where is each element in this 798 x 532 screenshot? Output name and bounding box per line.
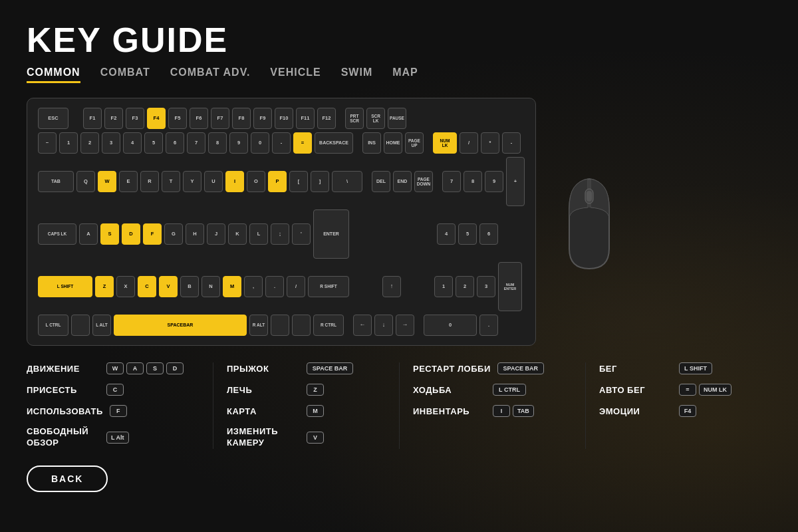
key-f3[interactable]: F3 xyxy=(126,108,144,129)
key-period[interactable]: . xyxy=(265,276,284,297)
key-num8[interactable]: 8 xyxy=(464,171,482,192)
key-y[interactable]: Y xyxy=(183,171,201,192)
key-num5[interactable]: 5 xyxy=(458,223,477,245)
key-b[interactable]: B xyxy=(180,276,199,297)
key-semicolon[interactable]: ; xyxy=(271,223,289,245)
key-num-slash[interactable]: / xyxy=(460,132,478,154)
key-f11[interactable]: F11 xyxy=(296,108,315,129)
key-up[interactable]: ↑ xyxy=(382,276,401,297)
key-r[interactable]: R xyxy=(140,171,159,192)
key-numdot[interactable]: . xyxy=(479,315,498,336)
key-ralt[interactable]: R ALT xyxy=(249,315,268,336)
key-o[interactable]: O xyxy=(247,171,265,192)
key-esc[interactable]: ESC xyxy=(38,108,68,129)
key-num4[interactable]: 4 xyxy=(437,223,456,245)
key-8[interactable]: 8 xyxy=(208,132,227,154)
key-g[interactable]: G xyxy=(164,223,183,245)
key-left[interactable]: ← xyxy=(353,315,372,336)
key-rctrl-space2[interactable] xyxy=(292,315,311,336)
tab-combat[interactable]: COMBAT xyxy=(100,66,150,83)
key-0[interactable]: 0 xyxy=(251,132,269,154)
key-z[interactable]: Z xyxy=(95,276,114,297)
key-q[interactable]: Q xyxy=(76,171,95,192)
key-s[interactable]: S xyxy=(100,223,119,245)
key-p[interactable]: P xyxy=(268,171,287,192)
key-f8[interactable]: F8 xyxy=(232,108,251,129)
key-h[interactable]: H xyxy=(186,223,204,245)
tab-swim[interactable]: SWIM xyxy=(341,66,373,83)
key-num6[interactable]: 6 xyxy=(479,223,498,245)
key-k[interactable]: K xyxy=(228,223,247,245)
key-rshift[interactable]: R SHIFT xyxy=(308,276,349,297)
tab-map[interactable]: MAP xyxy=(392,66,418,83)
key-pgup[interactable]: PAGEUP xyxy=(405,132,424,154)
key-num7[interactable]: 7 xyxy=(442,171,461,192)
key-rctrl[interactable]: R CTRL xyxy=(313,315,344,336)
key-num2[interactable]: 2 xyxy=(456,276,474,297)
key-num-star[interactable]: * xyxy=(481,132,499,154)
key-lctrl[interactable]: L CTRL xyxy=(38,315,68,336)
key-minus[interactable]: - xyxy=(272,132,291,154)
key-lalt[interactable]: L ALT xyxy=(92,315,111,336)
key-del[interactable]: DEL xyxy=(372,171,390,192)
key-1[interactable]: 1 xyxy=(59,132,78,154)
key-c[interactable]: C xyxy=(138,276,156,297)
key-lshift[interactable]: L SHIFT xyxy=(38,276,92,297)
key-f5[interactable]: F5 xyxy=(168,108,187,129)
key-num-plus[interactable]: + xyxy=(506,157,525,206)
key-f1[interactable]: F1 xyxy=(83,108,102,129)
key-3[interactable]: 3 xyxy=(102,132,120,154)
key-u[interactable]: U xyxy=(204,171,223,192)
key-down[interactable]: ↓ xyxy=(374,315,393,336)
key-pause[interactable]: PAUSE xyxy=(388,108,406,129)
tab-combat-adv[interactable]: COMBAT ADV. xyxy=(170,66,251,83)
key-e[interactable]: E xyxy=(119,171,138,192)
key-4[interactable]: 4 xyxy=(123,132,142,154)
key-end[interactable]: END xyxy=(393,171,412,192)
key-numlk[interactable]: NUMLK xyxy=(433,132,457,154)
key-2[interactable]: 2 xyxy=(80,132,99,154)
key-f4[interactable]: F4 xyxy=(147,108,166,129)
key-equals[interactable]: = xyxy=(293,132,312,154)
key-home[interactable]: HOME xyxy=(384,132,402,154)
key-lbracket[interactable]: [ xyxy=(289,171,308,192)
key-m[interactable]: M xyxy=(223,276,241,297)
key-rbracket[interactable]: ] xyxy=(311,171,329,192)
key-fwdslash[interactable]: / xyxy=(287,276,305,297)
key-v[interactable]: V xyxy=(159,276,178,297)
key-f6[interactable]: F6 xyxy=(190,108,208,129)
key-pgdn[interactable]: PAGEDOWN xyxy=(414,171,433,192)
key-n[interactable]: N xyxy=(201,276,220,297)
key-prtscr[interactable]: PRTSCR xyxy=(345,108,364,129)
key-num0[interactable]: 0 xyxy=(424,315,477,336)
key-numenter[interactable]: NUMENTER xyxy=(498,262,522,311)
key-scrlk[interactable]: SCRLK xyxy=(366,108,385,129)
key-d[interactable]: D xyxy=(122,223,140,245)
key-num3[interactable]: 3 xyxy=(477,276,495,297)
key-t[interactable]: T xyxy=(162,171,180,192)
key-backspace[interactable]: BACKSPACE xyxy=(315,132,353,154)
key-6[interactable]: 6 xyxy=(166,132,184,154)
key-spacebar[interactable]: SPACEBAR xyxy=(114,315,247,336)
key-right[interactable]: → xyxy=(396,315,414,336)
key-7[interactable]: 7 xyxy=(187,132,205,154)
key-ins[interactable]: INS xyxy=(362,132,381,154)
key-tilde[interactable]: ~ xyxy=(38,132,57,154)
key-l[interactable]: L xyxy=(249,223,268,245)
key-f10[interactable]: F10 xyxy=(275,108,293,129)
key-x[interactable]: X xyxy=(116,276,135,297)
key-num-minus[interactable]: - xyxy=(502,132,521,154)
key-win-left[interactable] xyxy=(71,315,90,336)
key-num9[interactable]: 9 xyxy=(485,171,503,192)
key-9[interactable]: 9 xyxy=(229,132,248,154)
key-f7[interactable]: F7 xyxy=(211,108,229,129)
key-f[interactable]: F xyxy=(143,223,162,245)
key-caps[interactable]: CAPS LK xyxy=(38,223,76,245)
key-f9[interactable]: F9 xyxy=(253,108,272,129)
key-enter[interactable]: ENTER xyxy=(313,209,349,259)
tab-common[interactable]: COMMON xyxy=(27,66,80,83)
back-button[interactable]: BACK xyxy=(27,466,108,492)
key-backslash[interactable]: \ xyxy=(332,171,362,192)
key-rctrl-space1[interactable] xyxy=(271,315,289,336)
key-comma[interactable]: , xyxy=(244,276,263,297)
